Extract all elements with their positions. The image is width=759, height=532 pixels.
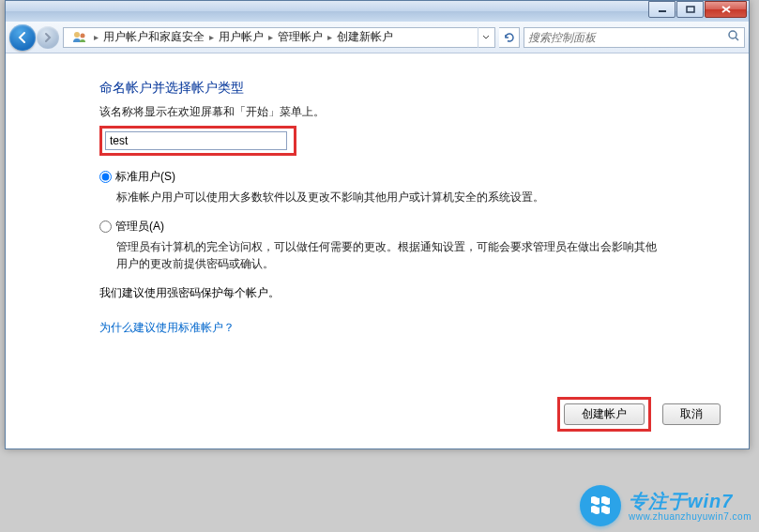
admin-label: 管理员(A) (115, 219, 164, 235)
nav-back-button[interactable] (9, 24, 36, 51)
search-icon (727, 29, 740, 45)
svg-point-2 (74, 32, 80, 38)
chevron-right-icon: ▸ (92, 32, 100, 42)
svg-line-5 (736, 38, 738, 40)
minimize-button[interactable] (648, 1, 676, 18)
highlight-box-input (99, 126, 296, 156)
control-panel-window: ▸ 用户帐户和家庭安全 ▸ 用户帐户 ▸ 管理帐户 ▸ 创建新帐户 (5, 0, 750, 449)
chevron-right-icon: ▸ (326, 32, 334, 42)
search-box[interactable] (524, 27, 745, 48)
titlebar (6, 1, 749, 22)
breadcrumb-item[interactable]: 用户帐户 (216, 29, 266, 45)
nav-forward-button[interactable] (37, 26, 59, 49)
standard-user-label: 标准用户(S) (115, 169, 175, 185)
breadcrumb-item[interactable]: 用户帐户和家庭安全 (100, 29, 207, 45)
navbar: ▸ 用户帐户和家庭安全 ▸ 用户帐户 ▸ 管理帐户 ▸ 创建新帐户 (6, 22, 749, 53)
svg-point-3 (81, 33, 85, 38)
watermark-url: www.zhuanzhuyuwin7.com (629, 511, 751, 522)
recommend-text: 我们建议使用强密码保护每个帐户。 (99, 285, 730, 301)
admin-desc: 管理员有计算机的完全访问权，可以做任何需要的更改。根据通知设置，可能会要求管理员… (99, 238, 662, 272)
close-button[interactable] (705, 1, 747, 18)
admin-radio[interactable] (99, 220, 112, 233)
create-account-button[interactable]: 创建帐户 (564, 403, 645, 425)
breadcrumb: ▸ 用户帐户和家庭安全 ▸ 用户帐户 ▸ 管理帐户 ▸ 创建新帐户 (63, 27, 495, 48)
cancel-button[interactable]: 取消 (662, 403, 721, 425)
watermark: 专注于win7 www.zhuanzhuyuwin7.com (580, 485, 751, 526)
admin-radio-row[interactable]: 管理员(A) (99, 219, 730, 235)
page-heading: 命名帐户并选择帐户类型 (99, 80, 730, 97)
page-subtext: 该名称将显示在欢迎屏幕和「开始」菜单上。 (99, 104, 730, 120)
maximize-button[interactable] (676, 1, 704, 18)
standard-user-desc: 标准帐户用户可以使用大多数软件以及更改不影响其他用户或计算机安全的系统设置。 (99, 189, 662, 205)
breadcrumb-item[interactable]: 管理帐户 (275, 29, 326, 45)
svg-point-4 (729, 31, 736, 38)
search-input[interactable] (528, 31, 727, 44)
highlight-box-create: 创建帐户 (557, 397, 651, 432)
user-accounts-icon (71, 29, 88, 46)
breadcrumb-dropdown[interactable] (478, 27, 493, 48)
watermark-text: 专注于win7 www.zhuanzhuyuwin7.com (629, 491, 751, 522)
account-name-input[interactable] (105, 131, 287, 150)
button-row: 创建帐户 取消 (557, 397, 721, 432)
why-standard-link[interactable]: 为什么建议使用标准帐户？ (99, 320, 730, 336)
watermark-main: 专注于win7 (629, 491, 751, 511)
chevron-right-icon: ▸ (207, 32, 216, 42)
standard-user-radio[interactable] (99, 171, 112, 183)
breadcrumb-item[interactable]: 创建新帐户 (334, 29, 396, 45)
content-area: 命名帐户并选择帐户类型 该名称将显示在欢迎屏幕和「开始」菜单上。 标准用户(S)… (6, 53, 749, 448)
svg-rect-1 (687, 7, 694, 12)
refresh-button[interactable] (499, 27, 520, 48)
svg-rect-0 (659, 10, 666, 12)
watermark-logo-icon (580, 485, 621, 526)
standard-user-radio-row[interactable]: 标准用户(S) (99, 169, 730, 185)
chevron-right-icon: ▸ (266, 32, 275, 42)
